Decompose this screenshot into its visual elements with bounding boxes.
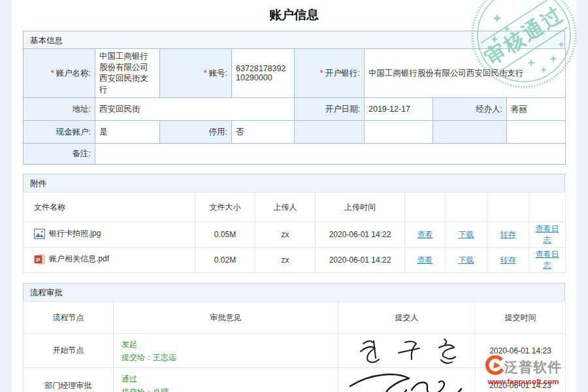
opinion-status: 通过 bbox=[122, 372, 335, 385]
attachments-header-row: 文件名称 文件大小 上传人 上传时间 bbox=[24, 193, 566, 222]
col-opinion: 审批意见 bbox=[114, 302, 338, 334]
approval-header-row: 流程节点 审批意见 提交人 提交时间 bbox=[24, 302, 566, 334]
col-action bbox=[446, 193, 487, 222]
disabled-value: 否 bbox=[232, 121, 295, 144]
file-row: 银行卡拍照.jpg 0.05M zx 2020-06-01 14:22 查看 下… bbox=[24, 222, 566, 248]
file-row: P 账户相关信息.pdf 0.02M zx 2020-06-01 14:22 查… bbox=[24, 248, 566, 273]
basic-info-section-header: 基本信息 bbox=[23, 31, 565, 48]
file-size: 0.02M bbox=[195, 248, 255, 273]
empty-value-cell bbox=[365, 121, 433, 144]
open-date-label: 开户日期: bbox=[295, 98, 365, 121]
file-name: 银行卡拍照.jpg bbox=[49, 228, 101, 239]
col-flow-node: 流程节点 bbox=[24, 302, 114, 334]
ppt-icon-letter: P bbox=[36, 255, 41, 263]
submitter-signature bbox=[338, 334, 476, 368]
approval-row: 开始节点 发起 提交给：王志远 bbox=[24, 334, 566, 368]
bank-label: 开户银行: bbox=[325, 69, 360, 78]
signature-image bbox=[345, 369, 469, 392]
attachments-section: 附件 文件名称 文件大小 上传人 上传时间 bbox=[23, 174, 565, 273]
page-container: 账户信息 基本信息 *账户名称: 中国工商银行股份有限公司西安回民街支行 *账号… bbox=[12, 0, 576, 392]
download-link[interactable]: 下载 bbox=[459, 255, 474, 265]
required-asterisk: * bbox=[204, 69, 207, 78]
view-log-link[interactable]: 查看日志 bbox=[536, 224, 559, 244]
empty-label-cell bbox=[295, 121, 365, 144]
col-submit-time: 提交时间 bbox=[476, 302, 566, 334]
bank-value: 中国工商银行股份有限公司西安回民街支行 bbox=[365, 49, 566, 98]
empty-value-cell bbox=[507, 121, 566, 144]
account-no-value: 6372817839210290000 bbox=[232, 49, 295, 98]
col-action bbox=[405, 193, 446, 222]
bank-label-cell: *开户银行: bbox=[295, 49, 365, 98]
view-link[interactable]: 查看 bbox=[417, 255, 433, 265]
transfer-link[interactable]: 转存 bbox=[500, 230, 516, 239]
brand-logo-icon bbox=[485, 355, 504, 379]
basic-info-section: 基本信息 *账户名称: 中国工商银行股份有限公司西安回民街支行 *账号: 637… bbox=[23, 31, 565, 165]
brand-url: www.fanpusoft.com bbox=[485, 378, 562, 385]
cash-account-value: 是 bbox=[95, 121, 160, 144]
account-no-label: 账号: bbox=[209, 69, 227, 78]
account-name-value: 中国工商银行股份有限公司西安回民街支行 bbox=[95, 49, 160, 98]
file-upload-time: 2020-06-01 14:22 bbox=[316, 222, 405, 248]
col-file-size: 文件大小 bbox=[195, 193, 255, 222]
approval-row: 部门经理审批 通过 提交给：肖晴 2020-06-01 14:23 bbox=[24, 368, 566, 392]
attachments-table: 文件名称 文件大小 上传人 上传时间 银行卡拍照.jpg bbox=[23, 192, 566, 273]
col-action bbox=[487, 193, 529, 222]
account-name-label-cell: *账户名称: bbox=[24, 49, 95, 98]
flow-node: 部门经理审批 bbox=[24, 368, 114, 392]
col-submitter: 提交人 bbox=[338, 302, 476, 334]
transfer-link[interactable]: 转存 bbox=[500, 255, 516, 265]
flow-node: 开始节点 bbox=[24, 334, 114, 368]
col-file-name: 文件名称 bbox=[24, 193, 195, 222]
remark-label: 备注: bbox=[24, 144, 95, 165]
basic-row-2: 地址: 西安回民街 开户日期: 2019-12-17 经办人: 蒋丽 bbox=[24, 98, 566, 121]
col-upload-time: 上传时间 bbox=[316, 193, 405, 222]
basic-info-table: *账户名称: 中国工商银行股份有限公司西安回民街支行 *账号: 63728178… bbox=[23, 48, 566, 165]
remark-value bbox=[95, 144, 566, 165]
basic-row-4: 备注: bbox=[24, 144, 566, 165]
view-log-link[interactable]: 查看日志 bbox=[536, 250, 559, 270]
open-date-value: 2019-12-17 bbox=[365, 98, 433, 121]
attachments-section-header: 附件 bbox=[23, 174, 565, 192]
file-name: 账户相关信息.pdf bbox=[49, 253, 109, 265]
basic-row-3: 现金账户: 是 停用: 否 bbox=[24, 121, 566, 144]
signature-image bbox=[345, 336, 469, 366]
brand-watermark: 泛普软件 www.fanpusoft.com bbox=[485, 355, 562, 385]
col-uploader: 上传人 bbox=[255, 193, 316, 222]
col-action bbox=[529, 193, 566, 222]
opinion-submit-to: 提交给：肖晴 bbox=[122, 385, 335, 392]
required-asterisk: * bbox=[51, 69, 54, 78]
basic-row-1: *账户名称: 中国工商银行股份有限公司西安回民街支行 *账号: 63728178… bbox=[24, 49, 566, 98]
ppt-file-icon: P bbox=[34, 254, 45, 265]
file-upload-time: 2020-06-01 14:22 bbox=[316, 248, 405, 273]
page-title: 账户信息 bbox=[12, 0, 576, 31]
approval-section-header: 流程审批 bbox=[23, 283, 565, 301]
required-asterisk: * bbox=[320, 69, 323, 78]
address-label: 地址: bbox=[24, 98, 95, 121]
file-uploader: zx bbox=[255, 222, 316, 248]
account-name-label: 账户名称: bbox=[56, 69, 91, 78]
brand-name: 泛普软件 bbox=[504, 358, 562, 376]
account-no-label-cell: *账号: bbox=[160, 49, 232, 98]
submitter-signature bbox=[338, 368, 476, 392]
address-value: 西安回民街 bbox=[95, 98, 295, 121]
image-file-icon bbox=[34, 229, 45, 239]
cash-account-label: 现金账户: bbox=[24, 121, 95, 144]
view-link[interactable]: 查看 bbox=[417, 230, 433, 239]
approval-section: 流程审批 流程节点 审批意见 提交人 提交时间 开始节点 发起 提交给：王志远 bbox=[23, 283, 565, 392]
opinion-status: 发起 bbox=[122, 338, 335, 351]
empty-label-cell bbox=[433, 121, 507, 144]
download-link[interactable]: 下载 bbox=[459, 230, 474, 239]
file-uploader: zx bbox=[255, 248, 316, 273]
opinion-submit-to: 提交给：王志远 bbox=[122, 351, 335, 364]
disabled-label: 停用: bbox=[160, 121, 232, 144]
operator-label: 经办人: bbox=[433, 98, 507, 121]
file-size: 0.05M bbox=[195, 222, 255, 248]
operator-value: 蒋丽 bbox=[507, 98, 566, 121]
